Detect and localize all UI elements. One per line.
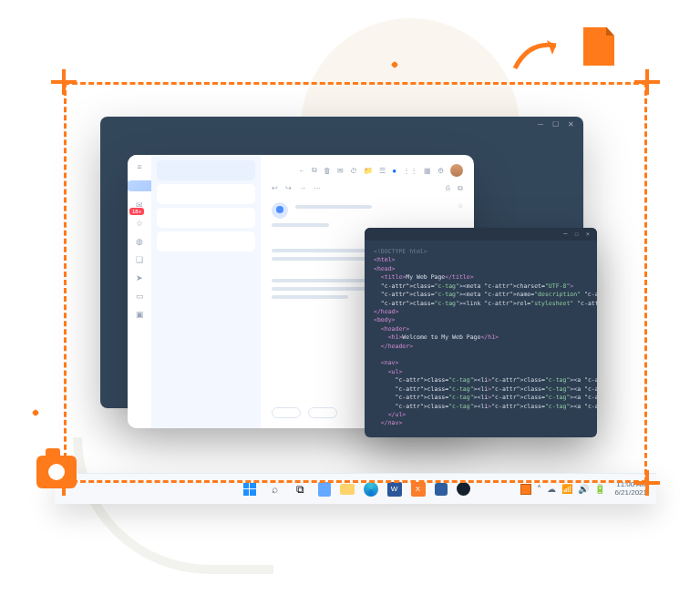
- volume-icon[interactable]: 🔊: [578, 484, 589, 494]
- back-icon[interactable]: ←: [298, 167, 305, 175]
- archive-icon[interactable]: ⧉: [312, 166, 317, 175]
- move-icon[interactable]: 📁: [364, 167, 373, 175]
- taskbar-apps: ⌕ ⧉ W X: [242, 481, 470, 498]
- forward-icon[interactable]: →: [299, 184, 306, 193]
- menu-icon[interactable]: ≡: [135, 162, 144, 171]
- selection-handle-br[interactable]: [638, 474, 656, 492]
- edge-icon[interactable]: [364, 482, 378, 497]
- send-icon[interactable]: ➤: [135, 273, 144, 282]
- subject-placeholder: [272, 223, 329, 227]
- minimize-icon[interactable]: ─: [563, 231, 567, 238]
- list-item[interactable]: [157, 231, 255, 251]
- list-item[interactable]: [157, 160, 255, 180]
- reply-all-icon[interactable]: ↪: [285, 184, 292, 193]
- tray-app-icon[interactable]: [520, 484, 531, 495]
- split-icon[interactable]: ⋮⋮: [403, 167, 417, 175]
- maximize-icon[interactable]: ☐: [575, 231, 579, 238]
- settings-icon[interactable]: ⚙: [438, 167, 444, 175]
- search-icon[interactable]: ⌕: [267, 481, 283, 498]
- camera-icon: [36, 456, 77, 488]
- snooze-icon[interactable]: ⏱: [350, 167, 357, 175]
- word-icon[interactable]: W: [387, 482, 402, 497]
- system-tray: ˄ ☁ 📶 🔊 🔋 11:00 AM 6/21/2021: [520, 481, 647, 498]
- taskbar: ⌕ ⧉ W X ˄ ☁ 📶 🔊 🔋 11:00 AM 6/21/2021: [55, 473, 656, 504]
- reply-icon[interactable]: ↩: [272, 184, 278, 193]
- code-content[interactable]: <!DOCTYPE html> <html> <head> <title>My …: [365, 241, 597, 437]
- close-icon[interactable]: ✕: [568, 120, 574, 129]
- sender-avatar: [272, 202, 288, 219]
- popout-icon[interactable]: ⧉: [458, 184, 463, 193]
- steam-icon[interactable]: [457, 482, 470, 496]
- message-header: ☆: [272, 202, 463, 219]
- email-toolbar: ← ⧉ 🗑 ✉ ⏱ 📁 ☰ ● ⋮⋮ ▦ ⚙: [272, 164, 463, 177]
- star-icon[interactable]: ☆: [135, 219, 144, 228]
- labels-icon[interactable]: ☰: [379, 167, 386, 175]
- notepad-icon[interactable]: [318, 482, 331, 497]
- list-item[interactable]: [157, 184, 255, 204]
- unread-badge: 18+: [129, 208, 144, 215]
- email-navrail: ≡ ✉ 18+ ☆ ◍ ❏ ➤ ▭ ▣: [128, 155, 151, 428]
- bookmark-icon[interactable]: ❏: [135, 255, 144, 264]
- share-arrow-icon: [510, 36, 565, 73]
- apps-icon[interactable]: ▦: [424, 167, 431, 175]
- mark-icon[interactable]: ✉: [337, 167, 344, 175]
- person-icon[interactable]: ◍: [135, 237, 144, 246]
- star-active-icon[interactable]: ●: [392, 167, 396, 175]
- minimize-icon[interactable]: ─: [538, 120, 543, 129]
- decorative-dot: [32, 409, 39, 416]
- chevron-up-icon[interactable]: ˄: [537, 484, 541, 494]
- video-icon[interactable]: ▣: [135, 310, 144, 319]
- message-star-icon[interactable]: ☆: [458, 202, 463, 210]
- decorative-swoosh: [73, 437, 273, 574]
- code-editor-window: ─ ☐ ✕ <!DOCTYPE html> <html> <head> <tit…: [365, 228, 597, 437]
- window-controls: ─ ☐ ✕: [365, 228, 597, 241]
- start-button[interactable]: [242, 481, 258, 498]
- selection-handle-tl[interactable]: [55, 73, 73, 91]
- battery-icon[interactable]: 🔋: [594, 484, 605, 494]
- window-controls: ─ ☐ ✕: [100, 117, 583, 133]
- more-icon[interactable]: ⋯: [314, 184, 321, 193]
- reply-chip[interactable]: [272, 407, 301, 418]
- store-icon[interactable]: [435, 483, 448, 496]
- xampp-icon[interactable]: X: [411, 482, 426, 497]
- wifi-icon[interactable]: 📶: [561, 484, 572, 494]
- list-item[interactable]: [157, 208, 255, 228]
- maximize-icon[interactable]: ☐: [552, 120, 559, 129]
- file-explorer-icon[interactable]: [340, 484, 355, 495]
- forward-chip[interactable]: [308, 407, 337, 418]
- folder-icon[interactable]: ▭: [135, 292, 144, 301]
- email-message-list[interactable]: [151, 155, 261, 428]
- print-icon[interactable]: ⎙: [446, 184, 450, 193]
- file-icon: [583, 27, 614, 66]
- body-placeholder: [272, 295, 348, 299]
- taskview-icon[interactable]: ⧉: [293, 481, 309, 498]
- selection-handle-tr[interactable]: [638, 73, 656, 91]
- avatar[interactable]: [450, 164, 463, 177]
- cloud-icon[interactable]: ☁: [547, 484, 556, 494]
- delete-icon[interactable]: 🗑: [324, 167, 331, 175]
- close-icon[interactable]: ✕: [586, 231, 590, 238]
